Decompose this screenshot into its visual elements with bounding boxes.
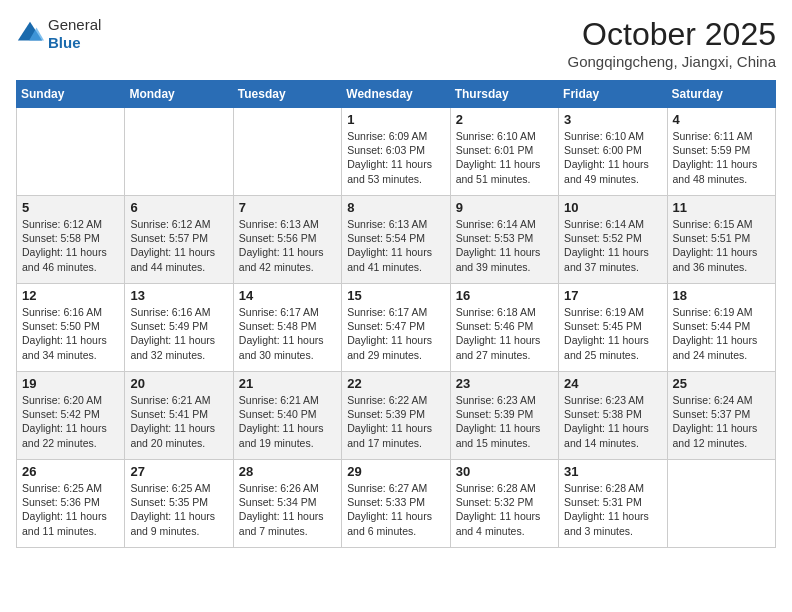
day-cell: 16Sunrise: 6:18 AM Sunset: 5:46 PM Dayli… [450,284,558,372]
day-info: Sunrise: 6:17 AM Sunset: 5:48 PM Dayligh… [239,305,336,362]
day-info: Sunrise: 6:19 AM Sunset: 5:44 PM Dayligh… [673,305,770,362]
day-cell: 12Sunrise: 6:16 AM Sunset: 5:50 PM Dayli… [17,284,125,372]
day-info: Sunrise: 6:24 AM Sunset: 5:37 PM Dayligh… [673,393,770,450]
day-number: 4 [673,112,770,127]
logo-general: General [48,16,101,34]
day-cell: 28Sunrise: 6:26 AM Sunset: 5:34 PM Dayli… [233,460,341,548]
page-header: General Blue October 2025 Gongqingcheng,… [16,16,776,70]
day-cell: 26Sunrise: 6:25 AM Sunset: 5:36 PM Dayli… [17,460,125,548]
day-cell: 6Sunrise: 6:12 AM Sunset: 5:57 PM Daylig… [125,196,233,284]
day-cell: 9Sunrise: 6:14 AM Sunset: 5:53 PM Daylig… [450,196,558,284]
weekday-header-saturday: Saturday [667,81,775,108]
week-row-4: 19Sunrise: 6:20 AM Sunset: 5:42 PM Dayli… [17,372,776,460]
day-cell: 22Sunrise: 6:22 AM Sunset: 5:39 PM Dayli… [342,372,450,460]
weekday-header-thursday: Thursday [450,81,558,108]
day-info: Sunrise: 6:13 AM Sunset: 5:56 PM Dayligh… [239,217,336,274]
day-number: 5 [22,200,119,215]
day-cell: 25Sunrise: 6:24 AM Sunset: 5:37 PM Dayli… [667,372,775,460]
weekday-header-friday: Friday [559,81,667,108]
day-cell: 24Sunrise: 6:23 AM Sunset: 5:38 PM Dayli… [559,372,667,460]
week-row-2: 5Sunrise: 6:12 AM Sunset: 5:58 PM Daylig… [17,196,776,284]
day-number: 28 [239,464,336,479]
day-number: 24 [564,376,661,391]
week-row-5: 26Sunrise: 6:25 AM Sunset: 5:36 PM Dayli… [17,460,776,548]
day-info: Sunrise: 6:13 AM Sunset: 5:54 PM Dayligh… [347,217,444,274]
day-number: 29 [347,464,444,479]
day-number: 7 [239,200,336,215]
day-cell: 3Sunrise: 6:10 AM Sunset: 6:00 PM Daylig… [559,108,667,196]
day-cell: 13Sunrise: 6:16 AM Sunset: 5:49 PM Dayli… [125,284,233,372]
day-number: 13 [130,288,227,303]
day-cell: 21Sunrise: 6:21 AM Sunset: 5:40 PM Dayli… [233,372,341,460]
day-info: Sunrise: 6:20 AM Sunset: 5:42 PM Dayligh… [22,393,119,450]
day-number: 16 [456,288,553,303]
day-info: Sunrise: 6:17 AM Sunset: 5:47 PM Dayligh… [347,305,444,362]
day-number: 18 [673,288,770,303]
weekday-header-wednesday: Wednesday [342,81,450,108]
title-block: October 2025 Gongqingcheng, Jiangxi, Chi… [568,16,776,70]
day-info: Sunrise: 6:28 AM Sunset: 5:32 PM Dayligh… [456,481,553,538]
day-number: 30 [456,464,553,479]
day-cell: 1Sunrise: 6:09 AM Sunset: 6:03 PM Daylig… [342,108,450,196]
logo-blue: Blue [48,34,101,52]
day-cell [17,108,125,196]
day-cell: 4Sunrise: 6:11 AM Sunset: 5:59 PM Daylig… [667,108,775,196]
day-info: Sunrise: 6:11 AM Sunset: 5:59 PM Dayligh… [673,129,770,186]
day-info: Sunrise: 6:21 AM Sunset: 5:41 PM Dayligh… [130,393,227,450]
day-info: Sunrise: 6:14 AM Sunset: 5:53 PM Dayligh… [456,217,553,274]
weekday-header-tuesday: Tuesday [233,81,341,108]
day-cell: 30Sunrise: 6:28 AM Sunset: 5:32 PM Dayli… [450,460,558,548]
day-cell: 29Sunrise: 6:27 AM Sunset: 5:33 PM Dayli… [342,460,450,548]
day-cell: 31Sunrise: 6:28 AM Sunset: 5:31 PM Dayli… [559,460,667,548]
day-info: Sunrise: 6:12 AM Sunset: 5:57 PM Dayligh… [130,217,227,274]
day-cell: 19Sunrise: 6:20 AM Sunset: 5:42 PM Dayli… [17,372,125,460]
weekday-header-sunday: Sunday [17,81,125,108]
day-number: 2 [456,112,553,127]
day-cell: 23Sunrise: 6:23 AM Sunset: 5:39 PM Dayli… [450,372,558,460]
day-number: 22 [347,376,444,391]
day-info: Sunrise: 6:09 AM Sunset: 6:03 PM Dayligh… [347,129,444,186]
day-number: 6 [130,200,227,215]
day-cell: 2Sunrise: 6:10 AM Sunset: 6:01 PM Daylig… [450,108,558,196]
day-number: 27 [130,464,227,479]
day-cell: 27Sunrise: 6:25 AM Sunset: 5:35 PM Dayli… [125,460,233,548]
day-number: 1 [347,112,444,127]
day-info: Sunrise: 6:14 AM Sunset: 5:52 PM Dayligh… [564,217,661,274]
day-number: 11 [673,200,770,215]
logo-icon [16,20,44,48]
logo: General Blue [16,16,101,52]
day-number: 19 [22,376,119,391]
month-title: October 2025 [568,16,776,53]
day-info: Sunrise: 6:25 AM Sunset: 5:36 PM Dayligh… [22,481,119,538]
day-number: 14 [239,288,336,303]
day-number: 23 [456,376,553,391]
day-number: 25 [673,376,770,391]
day-info: Sunrise: 6:18 AM Sunset: 5:46 PM Dayligh… [456,305,553,362]
day-info: Sunrise: 6:12 AM Sunset: 5:58 PM Dayligh… [22,217,119,274]
day-cell: 10Sunrise: 6:14 AM Sunset: 5:52 PM Dayli… [559,196,667,284]
day-info: Sunrise: 6:16 AM Sunset: 5:50 PM Dayligh… [22,305,119,362]
day-info: Sunrise: 6:16 AM Sunset: 5:49 PM Dayligh… [130,305,227,362]
week-row-3: 12Sunrise: 6:16 AM Sunset: 5:50 PM Dayli… [17,284,776,372]
day-cell: 11Sunrise: 6:15 AM Sunset: 5:51 PM Dayli… [667,196,775,284]
day-cell: 8Sunrise: 6:13 AM Sunset: 5:54 PM Daylig… [342,196,450,284]
day-info: Sunrise: 6:28 AM Sunset: 5:31 PM Dayligh… [564,481,661,538]
day-number: 8 [347,200,444,215]
day-number: 21 [239,376,336,391]
day-number: 26 [22,464,119,479]
day-cell: 5Sunrise: 6:12 AM Sunset: 5:58 PM Daylig… [17,196,125,284]
day-number: 17 [564,288,661,303]
day-number: 15 [347,288,444,303]
day-info: Sunrise: 6:19 AM Sunset: 5:45 PM Dayligh… [564,305,661,362]
day-info: Sunrise: 6:21 AM Sunset: 5:40 PM Dayligh… [239,393,336,450]
day-number: 3 [564,112,661,127]
day-cell [125,108,233,196]
day-number: 20 [130,376,227,391]
day-cell: 20Sunrise: 6:21 AM Sunset: 5:41 PM Dayli… [125,372,233,460]
day-info: Sunrise: 6:23 AM Sunset: 5:39 PM Dayligh… [456,393,553,450]
day-cell: 7Sunrise: 6:13 AM Sunset: 5:56 PM Daylig… [233,196,341,284]
day-number: 10 [564,200,661,215]
week-row-1: 1Sunrise: 6:09 AM Sunset: 6:03 PM Daylig… [17,108,776,196]
day-info: Sunrise: 6:25 AM Sunset: 5:35 PM Dayligh… [130,481,227,538]
day-info: Sunrise: 6:10 AM Sunset: 6:01 PM Dayligh… [456,129,553,186]
